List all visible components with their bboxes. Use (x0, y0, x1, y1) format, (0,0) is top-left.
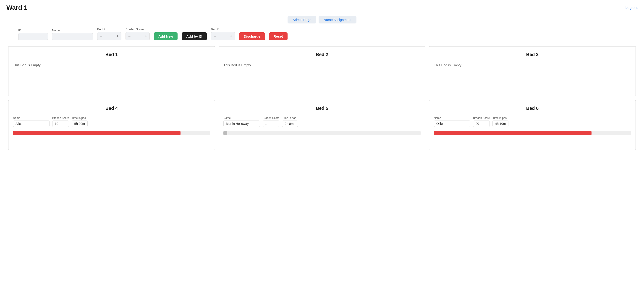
braden-label-bed6: Braden Score (473, 116, 490, 120)
patient-braden-group-bed6: Braden Score 20 (473, 116, 490, 127)
discharge-bed-label: Bed # (211, 27, 235, 31)
patient-time-bed4: 5h 20m (72, 121, 88, 127)
braden-score-control-group: Braden Score − + (126, 27, 150, 40)
patient-braden-group-bed5: Braden Score 1 (263, 116, 279, 127)
time-label-bed6: Time in pos (492, 116, 508, 120)
name-label-bed5: Name (224, 116, 260, 120)
time-label-bed5: Time in pos (282, 116, 298, 120)
progress-bar-fill-bed6 (434, 131, 592, 135)
patient-time-group-bed6: Time in pos 4h 10m (492, 116, 508, 127)
braden-label-bed4: Braden Score (52, 116, 69, 120)
discharge-bed-stepper: − + (211, 32, 235, 40)
time-label-bed4: Time in pos (72, 116, 88, 120)
bed-title-bed3: Bed 3 (434, 52, 631, 57)
name-input[interactable] (52, 33, 93, 40)
patient-name-group-bed6: Name Ollie (434, 116, 470, 127)
bed-title-bed6: Bed 6 (434, 106, 631, 111)
bed-card-bed3: Bed 3 This Bed is Empty (429, 46, 636, 96)
braden-label-bed5: Braden Score (263, 116, 279, 120)
braden-score-stepper: − + (126, 32, 150, 40)
patient-name-bed4: Alice (13, 121, 50, 127)
bed-title-bed5: Bed 5 (224, 106, 420, 111)
nurse-assignment-button[interactable]: Nurse Assignment (318, 16, 356, 23)
discharge-bed-minus-button[interactable]: − (211, 32, 218, 40)
bed-card-bed4: Bed 4 Name Alice Braden Score 10 Time in… (8, 100, 215, 150)
name-label-bed6: Name (434, 116, 470, 120)
patient-time-group-bed5: Time in pos 0h 0m (282, 116, 298, 127)
bed-title-bed4: Bed 4 (13, 106, 210, 111)
braden-minus-button[interactable]: − (126, 32, 133, 40)
discharge-bed-control-group: Bed # − + (211, 27, 235, 40)
add-new-button[interactable]: Add New (154, 32, 178, 40)
id-label: ID (18, 28, 48, 32)
bed-title-bed1: Bed 1 (13, 52, 210, 57)
admin-page-button[interactable]: Admin Page (288, 16, 316, 23)
controls-row: ID Name Bed # − + Braden Score − + Add N… (0, 27, 644, 44)
discharge-bed-plus-button[interactable]: + (228, 32, 235, 40)
bed-title-bed2: Bed 2 (224, 52, 420, 57)
progress-bar-container-bed4 (13, 131, 210, 135)
bed-card-bed5: Bed 5 Name Martin Holloway Braden Score … (218, 100, 426, 150)
progress-bar-fill-bed5 (224, 131, 227, 135)
name-control-group: Name (52, 28, 93, 40)
reset-button[interactable]: Reset (269, 32, 288, 40)
logout-button[interactable]: Log out (626, 6, 638, 10)
name-label: Name (52, 28, 93, 32)
braden-plus-button[interactable]: + (142, 32, 150, 40)
patient-fields-bed4: Name Alice Braden Score 10 Time in pos 5… (13, 116, 210, 127)
progress-bar-fill-bed4 (13, 131, 180, 135)
patient-fields-bed5: Name Martin Holloway Braden Score 1 Time… (224, 116, 420, 127)
bed-num-label: Bed # (97, 27, 122, 31)
bed-empty-bed2: This Bed is Empty (224, 63, 420, 67)
progress-bar-container-bed6 (434, 131, 631, 135)
bed-empty-bed3: This Bed is Empty (434, 63, 631, 67)
patient-time-bed5: 0h 0m (282, 121, 298, 127)
name-label-bed4: Name (13, 116, 50, 120)
progress-bar-container-bed5 (224, 131, 420, 135)
braden-score-label: Braden Score (126, 27, 150, 31)
bed-num-plus-button[interactable]: + (114, 32, 121, 40)
patient-name-bed5: Martin Holloway (224, 121, 260, 127)
bed-empty-bed1: This Bed is Empty (13, 63, 210, 67)
beds-grid: Bed 1 This Bed is Empty Bed 2 This Bed i… (0, 44, 644, 158)
patient-name-group-bed4: Name Alice (13, 116, 50, 127)
patient-braden-bed6: 20 (473, 121, 490, 127)
nav-bar: Admin Page Nurse Assignment (0, 14, 644, 27)
patient-braden-group-bed4: Braden Score 10 (52, 116, 69, 127)
patient-braden-bed4: 10 (52, 121, 69, 127)
add-by-id-button[interactable]: Add by ID (182, 32, 207, 40)
patient-name-bed6: Ollie (434, 121, 470, 127)
patient-braden-bed5: 1 (263, 121, 279, 127)
patient-time-bed6: 4h 10m (492, 121, 508, 127)
bed-card-bed1: Bed 1 This Bed is Empty (8, 46, 215, 96)
id-input[interactable] (18, 33, 48, 40)
patient-fields-bed6: Name Ollie Braden Score 20 Time in pos 4… (434, 116, 631, 127)
bed-card-bed2: Bed 2 This Bed is Empty (218, 46, 426, 96)
bed-num-stepper: − + (97, 32, 122, 40)
header: Ward 1 Log out (0, 0, 644, 14)
bed-num-control-group: Bed # − + (97, 27, 122, 40)
bed-num-minus-button[interactable]: − (98, 32, 105, 40)
discharge-button[interactable]: Discharge (239, 32, 265, 40)
id-control-group: ID (18, 28, 48, 40)
bed-card-bed6: Bed 6 Name Ollie Braden Score 20 Time in… (429, 100, 636, 150)
ward-title: Ward 1 (6, 4, 28, 11)
patient-name-group-bed5: Name Martin Holloway (224, 116, 260, 127)
patient-time-group-bed4: Time in pos 5h 20m (72, 116, 88, 127)
